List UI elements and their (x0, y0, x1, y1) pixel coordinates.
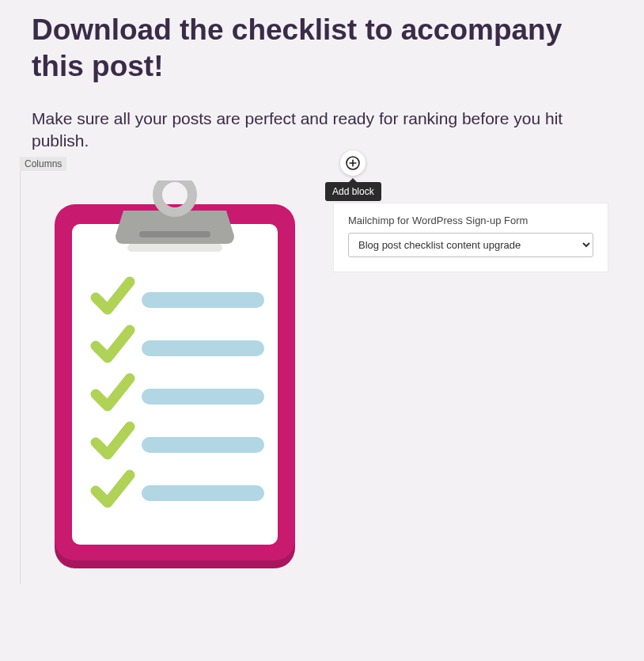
plus-circle-icon (345, 155, 361, 171)
mailchimp-form-block[interactable]: Mailchimp for WordPress Sign-up Form Blo… (333, 203, 608, 272)
columns-block: Columns (20, 157, 612, 584)
svg-point-4 (157, 180, 192, 212)
column-left (32, 171, 317, 584)
svg-rect-3 (139, 231, 210, 237)
svg-rect-5 (127, 244, 222, 252)
form-select[interactable]: Blog post checklist content upgrade (348, 233, 593, 257)
svg-rect-8 (142, 389, 264, 405)
svg-rect-7 (142, 340, 264, 356)
column-right: Add block Mailchimp for WordPress Sign-u… (317, 171, 612, 584)
form-block-label: Mailchimp for WordPress Sign-up Form (348, 215, 593, 226)
block-type-label: Columns (20, 157, 66, 171)
clipboard-image (48, 180, 301, 584)
page-subtitle: Make sure all your posts are perfect and… (32, 108, 612, 153)
svg-rect-6 (142, 292, 264, 308)
page-title: Download the checklist to accompany this… (32, 12, 612, 85)
add-block-tooltip: Add block (325, 182, 381, 201)
svg-rect-9 (142, 437, 264, 453)
add-block-button[interactable] (340, 150, 366, 176)
svg-rect-10 (142, 485, 264, 501)
